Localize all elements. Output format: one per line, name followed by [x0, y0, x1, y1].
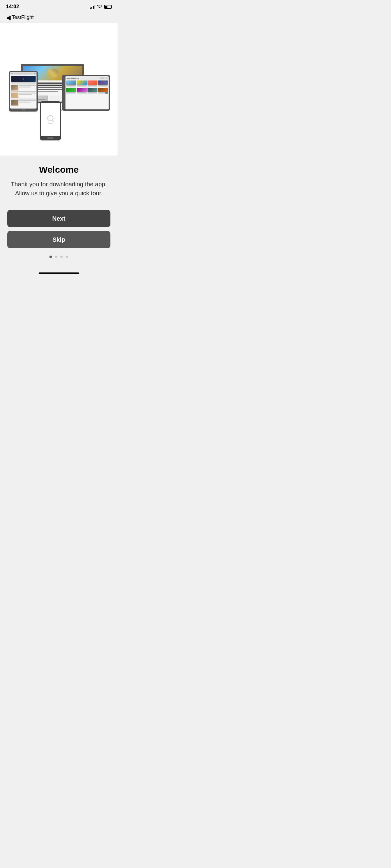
next-button[interactable]: Next [7, 210, 110, 227]
battery-icon [104, 5, 112, 9]
page-dot-2 [55, 255, 57, 258]
page-dot-3 [60, 255, 63, 258]
home-indicator [38, 273, 79, 274]
content-section: Welcome Thank you for downloading the ap… [0, 156, 118, 270]
page-dot-1 [50, 255, 52, 258]
tablet-right-home-button [105, 92, 108, 94]
phone-device: Search [40, 101, 61, 141]
tablet-right-device: watertech.nology [62, 75, 110, 111]
skip-button[interactable]: Skip [7, 231, 110, 248]
tablet-left-device [9, 71, 38, 112]
status-time: 14:02 [6, 4, 19, 10]
hero-section: Search watertech.nology [0, 23, 118, 156]
nav-bar: ◀ TestFlight [0, 13, 118, 23]
wifi-icon [97, 5, 102, 9]
phone-home-button [47, 137, 53, 139]
phone-search-icon [47, 115, 53, 121]
welcome-subtitle: Thank you for downloading the app. Allow… [7, 180, 110, 198]
back-label: TestFlight [12, 14, 34, 21]
welcome-title: Welcome [39, 164, 79, 175]
signal-icon [90, 4, 95, 9]
status-icons [90, 4, 112, 9]
buttons-area: Next Skip [7, 210, 110, 248]
back-chevron-icon: ◀ [6, 14, 10, 21]
status-bar: 14:02 [0, 0, 118, 13]
phone-search-label: Search [47, 122, 53, 124]
page-dot-4 [66, 255, 68, 258]
devices-illustration: Search watertech.nology [6, 35, 112, 144]
back-button[interactable]: ◀ TestFlight [6, 14, 34, 21]
page-indicator [50, 255, 68, 258]
